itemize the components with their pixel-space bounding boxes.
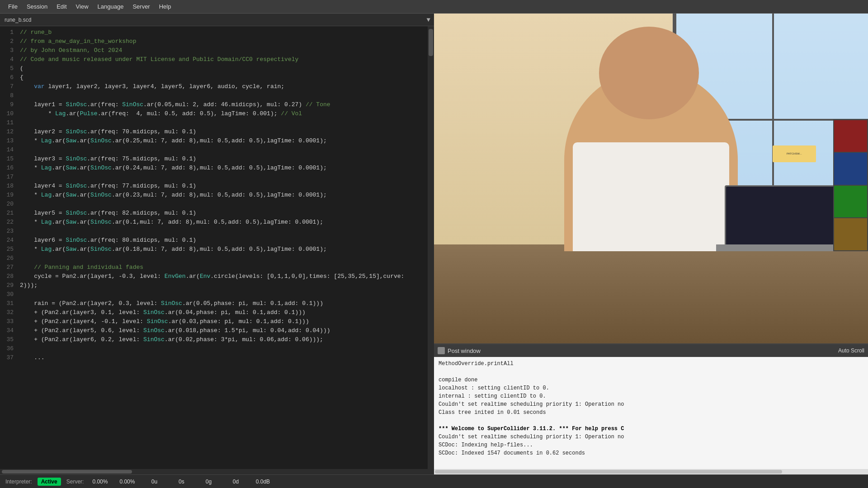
post-line: MethodOverride.printAll: [439, 360, 863, 368]
server-label: Server:: [66, 479, 84, 485]
webcam-books: [833, 119, 868, 251]
menu-edit[interactable]: Edit: [52, 2, 71, 11]
db-value: 0.0dB: [252, 479, 274, 485]
code-line-9: layer1 = SinOsc.ar(freq: SinOsc.ar(0.05,…: [20, 100, 424, 109]
code-line-10: * Lag.ar(Pulse.ar(freq: 4, mul: 0.5, add…: [20, 109, 424, 118]
code-line-16: * Lag.ar(Saw.ar(SinOsc.ar(0.24,mul: 7, a…: [20, 164, 424, 173]
code-line-6: {: [20, 73, 424, 82]
code-line-24: layer6 = SinOsc.ar(freq: 80.midicps, mul…: [20, 236, 424, 245]
code-line-25: * Lag.ar(Saw.ar(SinOsc.ar(0.18,mul: 7, a…: [20, 245, 424, 254]
code-line-8: [20, 91, 424, 100]
menu-session[interactable]: Session: [22, 2, 52, 11]
code-line-23: [20, 227, 424, 236]
interpreter-label: Interpreter:: [5, 479, 32, 485]
code-line-30: [20, 290, 424, 299]
menu-help[interactable]: Help: [155, 2, 176, 11]
code-editor[interactable]: // rune_b// from a_new_day_in_the_worksh…: [16, 26, 428, 469]
post-line: [439, 417, 863, 425]
code-line-26: [20, 254, 424, 263]
code-line-14: [20, 145, 424, 155]
menu-file[interactable]: File: [4, 2, 22, 11]
main-content: rune_b.scd ▼ 123456789101112131415161718…: [0, 14, 868, 474]
cpu1-value: 0.00%: [89, 479, 111, 485]
post-line: Couldn't set realtime scheduling priorit…: [439, 400, 863, 408]
code-line-37: ...: [20, 353, 424, 362]
code-line-22: * Lag.ar(Saw.ar(SinOsc.ar(0.1,mul: 7, ad…: [20, 218, 424, 227]
menubar: File Session Edit View Language Server H…: [0, 0, 868, 14]
webcam-sticker: PATCHSW...: [773, 145, 816, 162]
code-line-34: + (Pan2.ar(layer5, 0.6, level: SinOsc.ar…: [20, 326, 424, 335]
def-value: 0d: [225, 479, 246, 485]
post-line: [439, 368, 863, 376]
code-line-28: cycle = Pan2.ar(layer1, -0.3, level: Env…: [20, 272, 424, 281]
active-badge: Active: [38, 478, 61, 486]
post-scrollbar[interactable]: [434, 469, 868, 474]
code-line-18: layer4 = SinOsc.ar(freq: 77.midicps, mul…: [20, 182, 424, 191]
post-line: localhost : setting clientID to 0.: [439, 384, 863, 392]
tab-arrow-icon[interactable]: ▼: [423, 16, 434, 23]
menu-view[interactable]: View: [71, 2, 93, 11]
webcam-area: PATCHSW...: [434, 14, 868, 343]
code-line-11: [20, 118, 424, 127]
line-numbers: 1234567891011121314151617181920212223242…: [0, 26, 16, 469]
code-line-20: [20, 200, 424, 209]
code-line-4: // Code and music released under MIT Lic…: [20, 55, 424, 64]
code-line-21: layer5 = SinOsc.ar(freq: 82.midicps, mul…: [20, 209, 424, 218]
cpu2-value: 0.00%: [116, 479, 138, 485]
code-line-33: + (Pan2.ar(layer4, -0.1, level: SinOsc.a…: [20, 317, 424, 326]
post-window: Post window Auto Scroll MethodOverride.p…: [434, 343, 868, 474]
code-line-29: 2)));: [20, 281, 424, 290]
code-line-27: // Panning and individual fades: [20, 263, 424, 272]
hscroll-thumb: [2, 470, 132, 474]
webcam-desk: [434, 244, 868, 343]
post-line: Class tree inited in 0.01 seconds: [439, 408, 863, 417]
code-line-31: rain = (Pan2.ar(layer2, 0.3, level: SinO…: [20, 299, 424, 308]
code-line-1: // rune_b: [20, 28, 424, 37]
post-header: Post window Auto Scroll: [434, 344, 868, 357]
tab-bar: rune_b.scd ▼: [0, 14, 434, 26]
post-line: compile done: [439, 376, 863, 384]
code-line-35: + (Pan2.ar(layer6, 0.2, level: SinOsc.ar…: [20, 335, 424, 344]
webcam-scene: PATCHSW...: [434, 14, 868, 343]
status-bar: Interpreter: Active Server: 0.00% 0.00% …: [0, 474, 868, 488]
ugen-value: 0u: [143, 479, 165, 485]
menu-server[interactable]: Server: [128, 2, 154, 11]
post-line: Couldn't set realtime scheduling priorit…: [439, 433, 863, 441]
auto-scroll-button[interactable]: Auto Scroll: [838, 347, 864, 354]
post-line: SCDoc: Indexing help-files...: [439, 441, 863, 449]
code-line-7: var layer1, layer2, layer3, layer4, laye…: [20, 82, 424, 91]
post-line: SCDoc: Indexed 1547 documents in 0.62 se…: [439, 449, 863, 457]
webcam-head: [599, 27, 699, 119]
post-window-title: Post window: [448, 347, 838, 354]
code-line-36: [20, 344, 424, 353]
code-line-3: // by John Oestmann, Oct 2024: [20, 46, 424, 55]
scrollbar-thumb: [429, 29, 433, 56]
post-line: internal : setting clientID to 0.: [439, 392, 863, 400]
editor-panel: rune_b.scd ▼ 123456789101112131415161718…: [0, 14, 434, 474]
right-panel: PATCHSW... Post window Auto Scroll Metho…: [434, 14, 868, 474]
code-line-12: layer2 = SinOsc.ar(freq: 70.midicps, mul…: [20, 127, 424, 136]
code-line-15: layer3 = SinOsc.ar(freq: 75.midicps, mul…: [20, 155, 424, 164]
editor-scrollbar[interactable]: [428, 26, 434, 469]
editor-horizontal-scrollbar[interactable]: [0, 469, 434, 474]
post-scroll-thumb: [435, 470, 782, 474]
code-line-19: * Lag.ar(Saw.ar(SinOsc.ar(0.23,mul: 7, a…: [20, 191, 424, 200]
code-line-17: [20, 173, 424, 182]
menu-language[interactable]: Language: [93, 2, 128, 11]
tab-label[interactable]: rune_b.scd: [0, 17, 423, 23]
webcam-shirt: [573, 142, 729, 251]
synth-value: 0s: [170, 479, 192, 485]
post-window-icon: [438, 347, 445, 354]
post-content[interactable]: MethodOverride.printAll compile doneloca…: [434, 357, 868, 469]
code-line-2: // from a_new_day_in_the_workshop: [20, 37, 424, 46]
code-line-5: (: [20, 64, 424, 73]
group-value: 0g: [198, 479, 219, 485]
post-line: *** Welcome to SuperCollider 3.11.2. ***…: [439, 425, 863, 433]
webcam-laptop-screen: [725, 185, 846, 251]
code-area: 1234567891011121314151617181920212223242…: [0, 26, 434, 469]
code-line-32: + (Pan2.ar(layer3, 0.1, level: SinOsc.ar…: [20, 308, 424, 317]
code-line-13: * Lag.ar(Saw.ar(SinOsc.ar(0.25,mul: 7, a…: [20, 136, 424, 145]
